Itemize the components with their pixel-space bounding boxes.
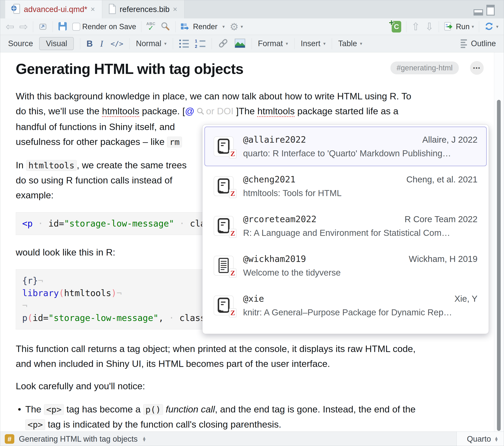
- misspelled-word: htmltools: [257, 106, 295, 116]
- format-label: Quarto: [467, 435, 491, 444]
- citation-key: @allaire2022: [243, 135, 306, 145]
- render-on-save-label: Render on Save: [82, 22, 136, 31]
- run-icon: [444, 21, 454, 32]
- insert-image-button[interactable]: [234, 38, 245, 49]
- render-dropdown-caret[interactable]: ▾: [222, 24, 225, 29]
- run-label: Run: [456, 22, 469, 31]
- maximize-pane-icon[interactable]: [486, 5, 495, 16]
- bulleted-list-button[interactable]: [179, 39, 189, 48]
- settings-dropdown-caret: ▾: [241, 24, 243, 29]
- go-to-next-chunk-button[interactable]: ⇩: [425, 21, 434, 32]
- heading-options-button[interactable]: •••: [470, 61, 484, 75]
- zotero-badge: Z: [229, 269, 236, 278]
- outline-icon: [461, 39, 467, 48]
- separator: [294, 38, 294, 49]
- render-button[interactable]: Render: [180, 22, 217, 32]
- bullet-list-item: • The <p> tag has become a p() function …: [16, 402, 479, 432]
- zotero-badge: Z: [229, 308, 236, 317]
- inline-code: htmltools: [26, 160, 77, 171]
- outline-toggle-button[interactable]: Outline: [461, 39, 496, 48]
- close-icon[interactable]: ×: [90, 6, 95, 13]
- minimize-pane-icon[interactable]: [473, 9, 483, 16]
- inline-code: rm: [167, 137, 182, 147]
- chevron-down-icon: ▾: [323, 41, 325, 46]
- checkbox[interactable]: [72, 23, 80, 31]
- citation-author: Xie, Y: [454, 294, 477, 304]
- render-on-save-checkbox[interactable]: Render on Save: [72, 22, 136, 31]
- source-mode-button[interactable]: Source: [8, 39, 33, 48]
- heading-level-icon: #: [5, 434, 14, 444]
- book-icon: Z: [214, 137, 234, 156]
- scrollbar-thumb[interactable]: [497, 100, 501, 431]
- go-to-previous-chunk-button[interactable]: ⇧: [411, 21, 420, 32]
- tab-label: references.bib: [120, 5, 169, 14]
- bold-button[interactable]: B: [86, 39, 93, 49]
- numbered-list-button[interactable]: 1 2: [195, 39, 205, 49]
- heading-anchor-badge[interactable]: #generating-html: [390, 62, 459, 74]
- citation-author: Cheng, et al. 2021: [406, 174, 477, 185]
- rerun-button[interactable]: ▾: [484, 21, 498, 32]
- citation-title: Welcome to the tidyverse: [243, 268, 477, 278]
- citation-completion-popup: Z @allaire2022Allaire, J 2022 quarto: R …: [202, 124, 489, 334]
- inline-citation-input[interactable]: [@or DOI ]: [182, 106, 239, 116]
- editor-tab-bar: advanced-ui.qmd* × references.bib ×: [0, 0, 504, 18]
- code-format-button[interactable]: </>: [111, 39, 123, 48]
- vertical-scrollbar[interactable]: [494, 52, 504, 431]
- find-replace-button[interactable]: [161, 21, 170, 32]
- visual-mode-button[interactable]: Visual: [39, 37, 74, 50]
- forward-button[interactable]: ⇨: [19, 21, 28, 32]
- run-button[interactable]: Run ▾: [444, 21, 474, 32]
- citation-suggestion[interactable]: Z @cheng2021Cheng, et al. 2021 htmltools…: [204, 166, 487, 206]
- citation-suggestion[interactable]: Z @rcoreteam2022R Core Team 2022 R: A La…: [204, 206, 487, 246]
- paragraph-style-dropdown[interactable]: Normal ▾: [136, 39, 167, 48]
- format-menu[interactable]: Format ▾: [258, 39, 288, 48]
- text-line: This function call returns a tag object;…: [16, 342, 479, 356]
- table-menu[interactable]: Table ▾: [338, 39, 362, 48]
- save-button[interactable]: [58, 21, 67, 32]
- section-navigator[interactable]: # Generating HTML with tag objects ▲▼: [0, 432, 457, 446]
- insert-chunk-button[interactable]: C +: [392, 21, 401, 33]
- close-icon[interactable]: ×: [173, 6, 177, 13]
- open-in-new-window-button[interactable]: [38, 21, 48, 32]
- italic-button[interactable]: I: [99, 39, 105, 49]
- render-settings-button[interactable]: ⚙ ▾: [230, 22, 243, 32]
- text-line: do this, we'll use the htmltools package…: [16, 104, 479, 120]
- book-icon: Z: [214, 295, 234, 315]
- tab-label: advanced-ui.qmd*: [24, 5, 87, 14]
- zotero-badge: Z: [229, 149, 236, 158]
- insert-menu[interactable]: Insert ▾: [301, 39, 325, 48]
- citation-suggestion[interactable]: Z @allaire2022Allaire, J 2022 quarto: R …: [204, 126, 487, 166]
- paragraph-3: This function call returns a tag object;…: [16, 342, 479, 371]
- insert-link-button[interactable]: [218, 38, 228, 49]
- rerun-icon: [484, 21, 494, 32]
- separator: [479, 21, 479, 32]
- search-icon: [197, 107, 204, 117]
- gear-icon: ⚙: [230, 22, 238, 32]
- separator: [252, 38, 252, 49]
- separator: [53, 21, 53, 32]
- citation-placeholder: or DOI: [206, 106, 234, 116]
- citation-title: knitr: A General–Purpose Package for Dyn…: [243, 308, 477, 317]
- book-icon: Z: [214, 176, 234, 196]
- citation-author: Allaire, J 2022: [422, 135, 477, 145]
- tab-references-bib[interactable]: references.bib ×: [102, 0, 184, 18]
- text-line: With this background knowledge in place,…: [16, 89, 479, 104]
- citation-suggestion[interactable]: Z @wickham2019Wickham, H 2019 Welcome to…: [204, 246, 487, 286]
- spellcheck-button[interactable]: ABC ✓: [146, 22, 155, 32]
- inline-code: <p>: [44, 404, 64, 415]
- run-dropdown-caret: ▾: [472, 24, 474, 29]
- citation-suggestion[interactable]: Z @xieXie, Y knitr: A General–Purpose Pa…: [204, 286, 487, 325]
- citation-key: @rcoreteam2022: [243, 214, 316, 224]
- file-icon: [108, 3, 116, 15]
- separator: [406, 21, 406, 32]
- format-selector[interactable]: Quarto ▲▼: [457, 432, 504, 446]
- rerun-dropdown-caret: ▾: [496, 24, 498, 29]
- tab-advanced-ui-qmd[interactable]: advanced-ui.qmd* ×: [5, 0, 102, 18]
- back-button[interactable]: ⇦: [6, 21, 14, 32]
- plus-icon: +: [389, 17, 394, 28]
- text-line: <p> tag is indicated by the function cal…: [25, 417, 479, 432]
- chevron-down-icon: ▾: [360, 41, 362, 46]
- book-icon: Z: [214, 216, 234, 236]
- render-label: Render: [193, 22, 217, 31]
- visual-editor-canvas[interactable]: Generating HTML with tag objects #genera…: [0, 52, 504, 431]
